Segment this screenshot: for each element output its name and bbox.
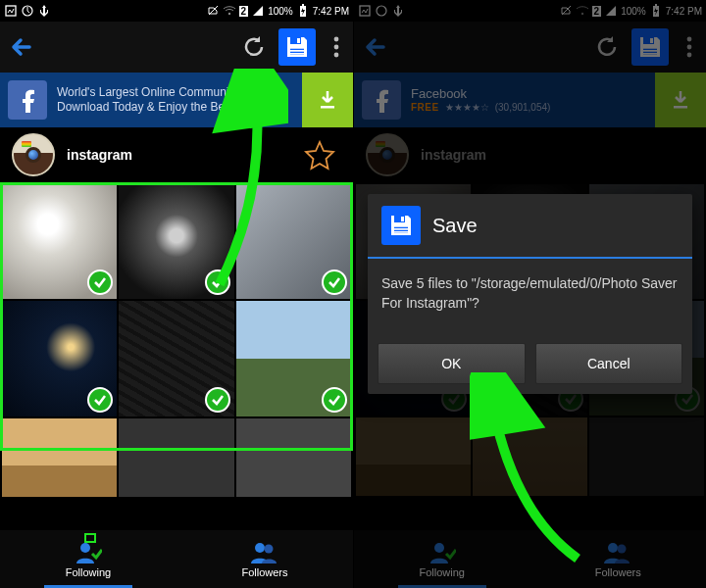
reload-button[interactable] [239,32,269,62]
svg-rect-39 [401,217,404,221]
app-bar [0,22,353,73]
svg-point-16 [80,543,90,553]
save-button[interactable] [278,28,316,66]
bottom-tabs: Following Followers [0,529,353,588]
screen-left: 2 100% 7:42 PM [0,0,353,588]
selected-check-icon [205,387,230,413]
dialog-message: Save 5 files to "/storage/emulated/0/Pho… [368,259,692,332]
favorite-star-icon[interactable] [304,139,335,174]
photo-tile[interactable] [119,418,233,497]
usb-icon [37,4,51,18]
overflow-menu-button[interactable] [326,32,347,62]
dialog-cancel-button[interactable]: Cancel [535,343,683,384]
svg-rect-15 [321,106,334,109]
svg-rect-41 [394,225,408,227]
svg-rect-11 [290,53,304,55]
selection-marker [84,533,96,543]
svg-rect-10 [290,50,304,52]
svg-rect-43 [394,231,408,233]
photo-tile[interactable] [2,184,117,299]
tab-following[interactable]: Following [0,530,176,588]
svg-point-12 [334,37,339,42]
no-sim-icon [206,4,220,18]
svg-rect-7 [297,38,300,43]
battery-text: 100% [268,6,293,17]
photo-tile[interactable] [119,301,233,416]
tab-label: Followers [241,566,287,578]
back-button[interactable] [6,30,39,64]
clock-text: 7:42 PM [313,6,349,17]
facebook-icon [8,80,47,120]
dialog-ok-button[interactable]: OK [378,343,526,384]
dialog-title: Save [432,215,478,237]
photo-tile[interactable] [2,301,117,416]
wifi-off-icon [223,4,236,18]
ad-download-button[interactable] [302,73,353,127]
photo-tile[interactable] [236,418,351,497]
photo-grid [0,182,353,529]
selected-check-icon [322,270,347,295]
profile-avatar[interactable] [12,133,55,176]
svg-point-18 [265,544,274,553]
selected-check-icon [322,387,347,413]
save-dialog: Save Save 5 files to "/storage/emulated/… [368,194,692,393]
screen-right: 2 100% 7:42 PM [353,0,706,588]
photo-tile[interactable] [236,184,351,299]
dialog-overlay: Save Save 5 files to "/storage/emulated/… [354,0,706,588]
signal-icon [251,4,265,18]
selected-check-icon [205,270,230,295]
sync-icon [21,4,34,18]
svg-point-14 [334,53,339,58]
profile-username: instagram [67,147,132,163]
profile-header: instagram [0,127,353,182]
svg-point-3 [227,13,229,15]
tab-followers[interactable]: Followers [176,530,353,588]
tab-label: Following [66,566,111,578]
photo-tile[interactable] [119,184,233,299]
battery-icon [296,4,310,18]
svg-rect-9 [290,47,304,49]
svg-rect-42 [394,228,408,230]
svg-point-13 [334,45,339,50]
selected-check-icon [87,270,113,295]
svg-point-17 [255,543,265,553]
photo-tile[interactable] [236,301,351,416]
gallery-icon [4,4,18,18]
save-icon [381,206,421,245]
photo-tile[interactable] [2,418,117,497]
selected-check-icon [87,387,113,413]
status-bar: 2 100% 7:42 PM [0,0,353,22]
sim-indicator: 2 [239,6,249,17]
svg-rect-5 [302,4,304,6]
ad-banner[interactable]: World's Largest Online Community. Downlo… [0,73,353,127]
